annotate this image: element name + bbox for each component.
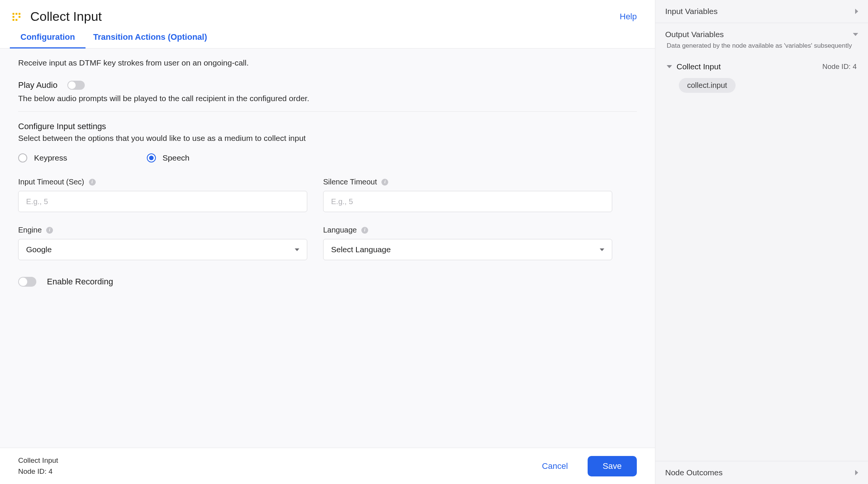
chevron-down-icon (295, 248, 299, 251)
configure-input-desc: Select between the options that you woul… (18, 134, 637, 143)
engine-label: Engine (18, 226, 42, 234)
output-node-name: Collect Input (677, 62, 818, 71)
info-icon[interactable]: i (89, 179, 96, 186)
svg-rect-4 (19, 16, 20, 18)
toggle-knob (68, 81, 76, 89)
enable-recording-toggle[interactable] (18, 277, 36, 287)
svg-rect-1 (16, 13, 17, 15)
radio-circle (18, 153, 27, 162)
toggle-knob (19, 278, 27, 286)
enable-recording-row: Enable Recording (18, 277, 637, 287)
info-icon[interactable]: i (46, 227, 53, 234)
input-timeout-label: Input Timeout (Sec) (18, 178, 84, 186)
radio-circle-selected (147, 153, 156, 162)
sidebar-input-variables: Input Variables (655, 0, 868, 23)
help-link[interactable]: Help (620, 12, 637, 22)
tab-transition-actions[interactable]: Transition Actions (Optional) (93, 32, 207, 48)
node-outcomes-header[interactable]: Node Outcomes (655, 461, 868, 484)
chevron-down-icon (853, 33, 858, 36)
collect-input-icon (11, 11, 22, 22)
radio-keypress-label: Keypress (34, 153, 67, 162)
engine-select[interactable]: Google (18, 239, 307, 260)
info-icon[interactable]: i (381, 179, 388, 186)
field-input-timeout: Input Timeout (Sec) i (18, 178, 307, 212)
sidebar-body: Collect Input Node ID: 4 collect.input (655, 57, 868, 461)
node-outcomes-title: Node Outcomes (665, 468, 723, 477)
language-value: Select Language (331, 245, 391, 254)
footer-node-name: Collect Input (18, 455, 58, 466)
page-header: Collect Input Help (0, 0, 655, 24)
play-audio-label: Play Audio (18, 80, 58, 90)
play-audio-description: The below audio prompts will be played t… (18, 94, 637, 103)
radio-speech[interactable]: Speech (147, 153, 190, 162)
content-area: Receive input as DTMF key strokes from u… (0, 48, 655, 448)
silence-timeout-label: Silence Timeout (323, 178, 377, 186)
node-description: Receive input as DTMF key strokes from u… (18, 58, 637, 67)
field-engine: Engine i Google (18, 226, 307, 260)
footer-meta: Collect Input Node ID: 4 (18, 455, 58, 477)
chevron-down-icon (600, 248, 604, 251)
save-button[interactable]: Save (588, 456, 637, 476)
radio-speech-label: Speech (163, 153, 190, 162)
main-panel: Collect Input Help Configuration Transit… (0, 0, 655, 484)
tabs: Configuration Transition Actions (Option… (0, 24, 655, 48)
language-select[interactable]: Select Language (323, 239, 612, 260)
field-language: Language i Select Language (323, 226, 612, 260)
chevron-right-icon (855, 470, 858, 475)
chevron-right-icon (855, 9, 858, 14)
info-icon[interactable]: i (361, 227, 368, 234)
output-variables-header[interactable]: Output Variables (655, 23, 868, 41)
configure-input-title: Configure Input settings (18, 122, 637, 131)
field-silence-timeout: Silence Timeout i (323, 178, 612, 212)
play-audio-toggle[interactable] (67, 81, 85, 90)
output-variables-desc: Data generated by the node available as … (655, 41, 868, 57)
radio-keypress[interactable]: Keypress (18, 153, 67, 162)
input-variables-title: Input Variables (665, 7, 718, 16)
input-variables-header[interactable]: Input Variables (655, 0, 868, 23)
tab-configuration[interactable]: Configuration (20, 32, 75, 48)
footer-bar: Collect Input Node ID: 4 Cancel Save (0, 448, 655, 484)
divider (18, 111, 637, 112)
sidebar-output-variables: Output Variables Data generated by the n… (655, 23, 868, 57)
play-audio-row: Play Audio (18, 80, 637, 90)
svg-rect-0 (12, 13, 14, 15)
sidebar: Input Variables Output Variables Data ge… (655, 0, 868, 484)
input-medium-radios: Keypress Speech (18, 153, 637, 162)
output-variables-title: Output Variables (665, 30, 724, 39)
silence-timeout-input[interactable] (323, 191, 612, 212)
output-node-id: Node ID: 4 (822, 62, 857, 71)
footer-node-id: Node ID: 4 (18, 466, 58, 477)
app-root: Collect Input Help Configuration Transit… (0, 0, 868, 484)
svg-rect-2 (19, 13, 20, 15)
input-timeout-input[interactable] (18, 191, 307, 212)
sidebar-node-outcomes: Node Outcomes (655, 461, 868, 484)
enable-recording-label: Enable Recording (47, 277, 113, 287)
page-title: Collect Input (30, 9, 620, 24)
engine-value: Google (26, 245, 52, 254)
radio-dot (149, 156, 154, 160)
svg-rect-6 (16, 19, 17, 21)
chevron-down-icon (667, 65, 672, 68)
cancel-button[interactable]: Cancel (542, 461, 568, 471)
form-grid: Input Timeout (Sec) i Silence Timeout i … (18, 178, 612, 260)
svg-rect-5 (12, 19, 14, 21)
output-node-row[interactable]: Collect Input Node ID: 4 (665, 59, 858, 74)
language-label: Language (323, 226, 357, 234)
svg-rect-3 (12, 16, 14, 18)
variable-pill[interactable]: collect.input (679, 78, 736, 93)
